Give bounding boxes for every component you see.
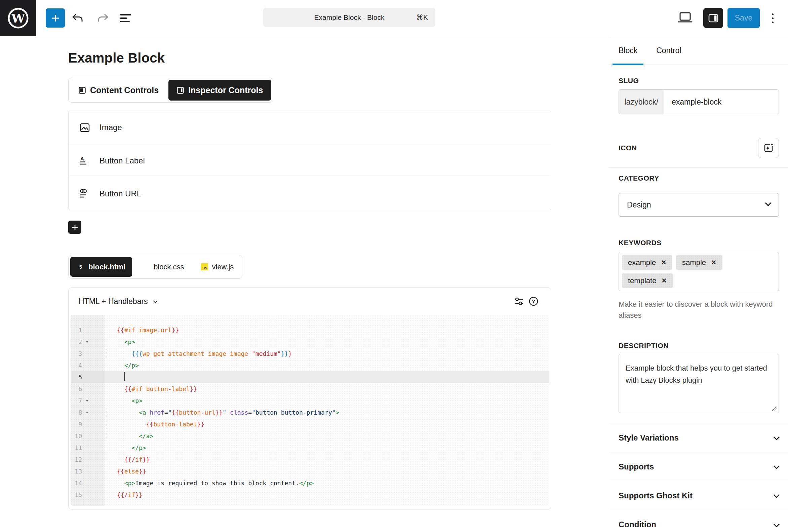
javascript-icon: JS	[201, 263, 208, 270]
description-label: DESCRIPTION	[618, 342, 779, 350]
image-sparkle-icon	[763, 143, 774, 153]
undo-button[interactable]	[70, 11, 85, 25]
chevron-down-icon	[153, 299, 157, 303]
plus-icon	[51, 13, 60, 23]
control-row-image[interactable]: Image	[68, 111, 551, 144]
chevron-down-icon	[773, 492, 780, 498]
tab-block-css[interactable]: 3 block.css	[136, 257, 191, 277]
category-select[interactable]: Design	[618, 193, 779, 217]
fold-gutter	[82, 489, 92, 501]
category-value: Design	[627, 200, 651, 210]
code-line: 3 {{{wp_get_attachment_image image "medi…	[71, 348, 549, 359]
code-editor: HTML + Handlebars	[68, 288, 551, 510]
line-number: 6	[71, 383, 82, 395]
fold-gutter	[82, 359, 92, 371]
editor-canvas: Example Block Content Controls	[0, 36, 608, 532]
help-icon: ?	[529, 296, 538, 307]
section-supports[interactable]: Supports	[608, 452, 788, 481]
add-control-button[interactable]	[68, 221, 81, 234]
fold-arrow-icon[interactable]: ▾	[82, 407, 92, 418]
code-editor-header: HTML + Handlebars	[68, 288, 551, 315]
code-line: 7▾ <p>	[71, 395, 549, 407]
redo-button[interactable]	[96, 11, 111, 25]
page-title: Example Block	[68, 36, 551, 65]
image-icon	[80, 123, 90, 132]
tab-inspector-controls[interactable]: Inspector Controls	[169, 80, 271, 101]
section-supports-ghost-kit[interactable]: Supports Ghost Kit	[608, 481, 788, 510]
icon-label: ICON	[618, 144, 637, 152]
document-overview-button[interactable]	[118, 11, 133, 25]
save-button[interactable]: Save	[728, 8, 760, 28]
line-number: 1	[71, 324, 82, 336]
line-number: 9	[71, 418, 82, 430]
tab-block[interactable]: Block	[612, 36, 644, 65]
text-cursor	[124, 372, 125, 381]
fold-gutter	[82, 348, 92, 359]
command-palette[interactable]: Example Block · Block ⌘K	[263, 8, 435, 27]
fold-arrow-icon[interactable]: ▾	[82, 395, 92, 407]
fold-gutter	[82, 454, 92, 466]
line-number: 12	[71, 454, 82, 466]
controls-list: Image A Button Label	[68, 111, 551, 210]
options-menu-button[interactable]	[765, 9, 780, 27]
tab-control[interactable]: Control	[650, 36, 687, 65]
icon-picker-button[interactable]	[758, 138, 779, 158]
editor-help-button[interactable]: ?	[526, 294, 541, 309]
section-style-variations[interactable]: Style Variations	[608, 423, 788, 452]
sidebar-tabs: Block Control	[608, 36, 788, 65]
code-line: 4 </p>	[71, 359, 549, 371]
fold-gutter	[82, 466, 92, 477]
tab-block-html[interactable]: 5 block.html	[70, 257, 132, 277]
tab-content-controls[interactable]: Content Controls	[70, 80, 167, 101]
line-number: 11	[71, 442, 82, 454]
wordpress-icon: W	[7, 7, 29, 29]
code-line: 13{{else}}	[71, 466, 549, 477]
slug-input[interactable]	[664, 90, 779, 114]
preview-button[interactable]	[678, 10, 692, 25]
slug-prefix: lazyblock/	[619, 90, 664, 114]
svg-text:?: ?	[532, 298, 535, 304]
remove-tag-icon[interactable]: ✕	[711, 259, 716, 266]
code-textarea[interactable]: 1{{#if image.url}}2▾ <p>3 {{{wp_get_atta…	[71, 315, 549, 506]
tab-view-js[interactable]: JS view.js	[194, 257, 241, 277]
control-row-button-label[interactable]: A Button Label	[68, 144, 551, 177]
svg-text:W: W	[11, 11, 25, 25]
control-label: Image	[99, 123, 122, 132]
fold-arrow-icon[interactable]: ▾	[82, 336, 92, 348]
line-number: 2	[71, 336, 82, 348]
fold-gutter	[82, 371, 92, 383]
remove-tag-icon[interactable]: ✕	[661, 259, 666, 266]
code-line: 6 {{#if button-label}}	[71, 383, 549, 395]
fold-gutter	[82, 418, 92, 430]
keywords-help-text: Make it easier to discover a block with …	[618, 299, 779, 321]
sidebar-panel-icon	[708, 14, 718, 22]
resize-handle[interactable]	[772, 407, 776, 411]
control-row-button-url[interactable]: Button URL	[68, 177, 551, 210]
code-line: 8▾ <a href="{{button-url}}" class="butto…	[71, 407, 549, 418]
fold-gutter	[82, 477, 92, 489]
description-field: Example block that helps you to get star…	[618, 354, 779, 415]
fold-gutter	[82, 324, 92, 336]
chevron-down-icon	[773, 463, 780, 469]
section-condition[interactable]: Condition	[608, 510, 788, 532]
sliders-icon	[514, 297, 524, 306]
code-line: 12 {{/if}}	[71, 454, 549, 466]
syntax-mode-select[interactable]: HTML + Handlebars	[79, 297, 156, 306]
indent-guide	[106, 349, 107, 358]
description-textarea[interactable]: Example block that helps you to get star…	[618, 354, 779, 413]
block-inserter-button[interactable]	[46, 8, 65, 27]
remove-tag-icon[interactable]: ✕	[661, 277, 667, 284]
code-file-tabs: 5 block.html 3 block.css JS view.js	[68, 255, 242, 279]
indent-guide	[106, 420, 107, 429]
fold-gutter	[82, 383, 92, 395]
content-controls-icon	[79, 87, 86, 94]
keywords-field[interactable]: example ✕ sample ✕ template ✕	[618, 252, 779, 291]
settings-sidebar-toggle[interactable]	[703, 8, 723, 28]
line-number: 13	[71, 466, 82, 477]
code-line: 10 </a>	[71, 430, 549, 442]
wordpress-logo[interactable]: W	[0, 0, 36, 36]
html5-icon: 5	[77, 263, 84, 271]
line-number: 10	[71, 430, 82, 442]
text-field-icon: A	[80, 156, 90, 165]
editor-settings-button[interactable]	[511, 294, 526, 309]
